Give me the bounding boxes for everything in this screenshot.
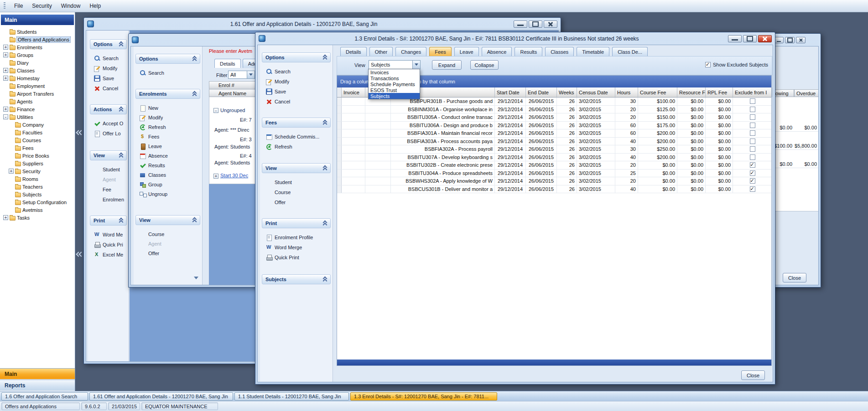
panel-item-course[interactable]: Course [135, 229, 200, 239]
sidebar-item-teachers[interactable]: Teachers [1, 183, 74, 190]
exclude-checkbox[interactable] [750, 98, 755, 104]
exclude-checkbox[interactable] [750, 186, 755, 192]
expand-icon[interactable]: + [213, 174, 218, 179]
panel-item-student[interactable]: Student [90, 164, 127, 175]
sidebar-item-fees[interactable]: Fees [1, 144, 74, 152]
menu-security[interactable]: Security [27, 0, 56, 12]
panel-item-modify[interactable]: Modify [90, 63, 127, 73]
taskbar-item-3[interactable]: 1.1 Student Details - 12001270 BAE, Sang… [234, 392, 349, 401]
sidebar-item-homestay[interactable]: +Homestay [1, 74, 74, 82]
exclude-checkbox[interactable] [750, 107, 755, 112]
table-row[interactable]: BSBFIA303A - Process accounts paya29/12/… [337, 138, 771, 146]
exclude-checkbox[interactable] [750, 146, 755, 152]
menu-help[interactable]: Help [85, 0, 105, 12]
column-header-agent-name[interactable]: Agent Name [209, 89, 260, 97]
panel-item-leave[interactable]: Leave [135, 141, 200, 151]
panel-item-search[interactable]: Search [262, 67, 331, 77]
view-option-invoices[interactable]: Invoices [369, 69, 420, 75]
column-header-start-date[interactable]: Start Date [495, 87, 526, 97]
tab-details[interactable]: Details [340, 47, 367, 56]
panel-item-offer-lo[interactable]: Offer Lo [90, 128, 127, 139]
panel-item-excel-me[interactable]: Excel Me [90, 250, 127, 260]
show-excluded-checkbox[interactable] [705, 62, 711, 67]
sidebar-item-avetmiss[interactable]: Avetmiss [1, 206, 74, 214]
table-row[interactable]: BSBINM301A - Organise workplace in29/12/… [337, 106, 771, 114]
sidebar-item-classes[interactable]: +Classes [1, 67, 74, 74]
panel-item-enrolmen[interactable]: Enrolmen [90, 195, 127, 205]
exclude-checkbox[interactable] [750, 123, 755, 128]
panel-item-cancel[interactable]: Cancel [262, 97, 331, 107]
panel-item-save[interactable]: Save [90, 73, 127, 83]
panel-item-new[interactable]: New [135, 103, 200, 113]
tree-expand-icon[interactable]: + [3, 215, 8, 220]
tree-expand-icon[interactable]: + [9, 169, 14, 174]
maximize-button[interactable] [785, 37, 795, 43]
tab-classes[interactable]: Classes [545, 47, 574, 56]
exclude-checkbox[interactable] [750, 154, 755, 160]
panel-item-accept-o[interactable]: Accept O [90, 118, 127, 128]
panel-item-refresh[interactable]: Refresh [262, 142, 331, 152]
sidebar-item-students[interactable]: Students [1, 28, 74, 36]
panel-item-schedule-commis[interactable]: Schedule Commis... [262, 132, 331, 142]
panel-header-subjects[interactable]: Subjects [262, 274, 331, 284]
column-header-overdue[interactable]: Overdue [794, 89, 819, 97]
panel-item-agent[interactable]: Agent [90, 175, 127, 185]
tab-leave[interactable]: Leave [454, 47, 479, 56]
close-button[interactable] [796, 37, 806, 43]
sidebar-item-faculties[interactable]: Faculties [1, 128, 74, 136]
window-titlebar[interactable]: 1.3 Enrol Details - S#: 12001270 BAE, Sa… [257, 32, 773, 45]
view-dropdown[interactable]: Subjects [369, 60, 421, 69]
panel-item-absence[interactable]: Absence [135, 151, 200, 160]
sidebar-item-rooms[interactable]: Rooms [1, 175, 74, 183]
panel-header-view[interactable]: View [135, 215, 200, 225]
sidebar-item-suppliers[interactable]: Suppliers [1, 159, 74, 167]
tab-fees[interactable]: Fees [429, 47, 451, 56]
column-header-exclude-from-i[interactable]: Exclude from I [733, 87, 772, 97]
panel-header-print[interactable]: Print [90, 216, 127, 226]
list-item-enrol[interactable]: E#: 7 [240, 117, 252, 123]
close-button[interactable] [758, 35, 772, 42]
panel-item-results[interactable]: Results [135, 160, 200, 170]
panel-item-quick-pri[interactable]: Quick Pri [90, 240, 127, 250]
maximize-button[interactable] [743, 35, 757, 42]
exclude-checkbox[interactable] [750, 178, 755, 184]
taskbar-item-1[interactable]: 1.6 Offer and Application Search [1, 392, 88, 401]
tree-expand-icon[interactable]: + [3, 68, 8, 73]
start-date-link[interactable]: Start 30 Dec [220, 173, 248, 178]
panel-item-classes[interactable]: Classes [135, 170, 200, 180]
exclude-checkbox[interactable] [750, 114, 755, 120]
dropdown-arrow-icon[interactable] [247, 71, 255, 78]
panel-header-options[interactable]: Options [90, 39, 127, 49]
panel-item-enrolment-profile[interactable]: Enrolment Profile [262, 232, 331, 242]
minimize-button[interactable] [774, 37, 784, 43]
tab-results[interactable]: Results [515, 47, 542, 56]
table-row[interactable]: BSBFIA301A - Maintain financial recor29/… [337, 129, 771, 138]
sidebar-item-enrolments[interactable]: +Enrolments [1, 43, 74, 51]
panel-item-fee[interactable]: Fee [90, 185, 127, 195]
minimize-button[interactable] [728, 35, 742, 42]
sidebar-main-button[interactable]: Main [0, 368, 75, 379]
menu-file[interactable]: File [10, 0, 27, 12]
table-row[interactable]: BSBITU302B - Create electronic prese29/1… [337, 161, 771, 170]
sidebar-item-company[interactable]: Company [1, 121, 74, 128]
sidebar-item-finance[interactable]: +Finance [1, 105, 74, 113]
column-header-end-date[interactable]: End Date [526, 87, 557, 97]
tree-expand-icon[interactable]: + [3, 45, 8, 50]
panel-item-quick-print[interactable]: Quick Print [262, 252, 331, 262]
panel-item-modify[interactable]: Modify [135, 113, 200, 122]
list-item-enrol[interactable]: E#: 3 [240, 137, 252, 142]
panel-header-options[interactable]: Options [135, 54, 200, 64]
group-collapse-icon[interactable]: - [213, 108, 218, 113]
sidebar-item-price-books[interactable]: Price Books [1, 152, 74, 159]
sidebar-item-setup-configuration[interactable]: Setup Configuration [1, 198, 74, 206]
view-option-subjects[interactable]: Subjects [369, 93, 420, 99]
collapse-sidebar-icon[interactable] [76, 129, 83, 136]
panel-header-print[interactable]: Print [262, 218, 331, 228]
list-item-agent[interactable]: Agent: Students [214, 160, 250, 165]
table-row[interactable]: BSBITU305A - Conduct online transac29/12… [337, 113, 771, 122]
sidebar-item-security[interactable]: +Security [1, 167, 74, 175]
panel-item-group[interactable]: Group [135, 180, 200, 189]
panel-item-ungroup[interactable]: Ungroup [135, 189, 200, 199]
column-header-resource-fe[interactable]: Resource Fe [677, 87, 706, 97]
exclude-checkbox[interactable] [750, 170, 755, 176]
